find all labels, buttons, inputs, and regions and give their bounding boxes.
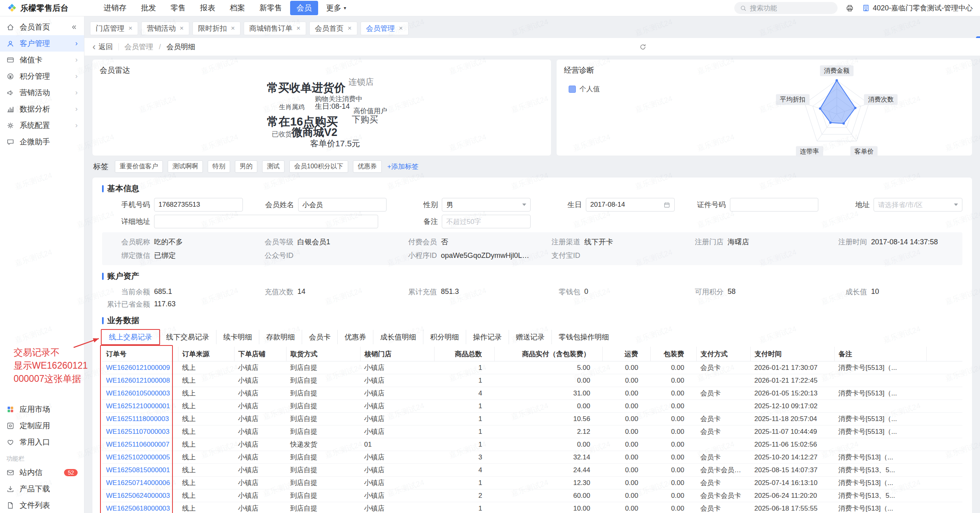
sidebar-item-定制应用[interactable]: 定制应用 (0, 417, 84, 434)
sidebar-item-产品下载[interactable]: 产品下载 (0, 481, 84, 497)
store-selector[interactable]: 4020-嘉临门零食测试-管理中心 (862, 3, 973, 13)
table-row[interactable]: WE16260105000003线上小镇店到店自提小镇店431.000.000.… (102, 387, 962, 400)
add-tag-button[interactable]: +添加标签 (387, 162, 419, 171)
address-detail-input[interactable] (154, 215, 378, 228)
cell-order-no[interactable]: WE16260121000009 (102, 361, 178, 374)
table-row[interactable]: WE16251210000001线上小镇店到店自提小镇店10.000.000.0… (102, 400, 962, 413)
col-packing[interactable]: 包装费 (650, 347, 696, 361)
col-qty[interactable]: 商品总数 (434, 347, 494, 361)
table-row[interactable]: WE16251118000003线上小镇店到店自提小镇店110.560.000.… (102, 413, 962, 425)
tab-close-icon[interactable]: × (348, 24, 352, 32)
table-row[interactable]: WE16250815000001线上小镇店到店自提小镇店424.440.000.… (102, 464, 962, 477)
table-row[interactable]: WE16260121000009线上小镇店到店自提小镇店15.000.000.0… (102, 361, 962, 374)
cell-order-no[interactable]: WE16260105000003 (102, 387, 178, 400)
table-row[interactable]: WE16251107000003线上小镇店到店自提小镇店12.120.000.0… (102, 425, 962, 438)
biztab-续卡明细[interactable]: 续卡明细 (216, 330, 259, 344)
nav-item-会员[interactable]: 会员 (290, 1, 318, 15)
info-当前余额: 当前余额685.1 (102, 287, 245, 297)
tab-营销活动[interactable]: 营销活动× (141, 22, 189, 35)
collapse-icon (70, 24, 78, 31)
tab-close-icon[interactable]: × (128, 24, 132, 32)
search-input[interactable]: 搜索功能 (734, 2, 838, 14)
col-order-no[interactable]: 订单号 (102, 347, 178, 361)
refresh-icon[interactable] (639, 43, 647, 51)
sidebar-item-常用入口[interactable]: 常用入口 (0, 434, 84, 450)
phone-input[interactable]: 17682735513 (154, 198, 243, 212)
nav-item-进销存[interactable]: 进销存 (97, 1, 133, 15)
biztab-操作记录[interactable]: 操作记录 (466, 330, 509, 344)
printer-icon[interactable] (846, 4, 854, 12)
col-pickup[interactable]: 取货方式 (286, 347, 360, 361)
nav-item-更多[interactable]: 更多▾ (320, 1, 353, 15)
nav-item-报表[interactable]: 报表 (194, 1, 222, 15)
id-number-input[interactable] (730, 198, 819, 212)
col-pay-time[interactable]: 支付时间 (750, 347, 834, 361)
col-store[interactable]: 下单店铺 (234, 347, 286, 361)
sidebar-item-会员首页[interactable]: 会员首页 (0, 19, 84, 35)
table-row[interactable]: WE16251020000005线上小镇店到店自提小镇店332.140.000.… (102, 451, 962, 464)
cell-order-no[interactable]: WE16250815000001 (102, 464, 178, 477)
tab-close-icon[interactable]: × (297, 24, 301, 32)
cell-order-no[interactable]: WE16251210000001 (102, 400, 178, 413)
tab-商城销售订单[interactable]: 商城销售订单× (244, 22, 306, 35)
biztab-优惠券[interactable]: 优惠券 (338, 330, 373, 344)
sidebar-item-企微助手[interactable]: 企微助手 (0, 134, 84, 150)
sidebar-item-营销活动[interactable]: 营销活动› (0, 84, 84, 101)
biztab-积分明细[interactable]: 积分明细 (423, 330, 466, 344)
cell-order-no[interactable]: WE16251107000003 (102, 425, 178, 438)
sidebar-item-站内信[interactable]: 站内信52 (0, 464, 84, 481)
tab-close-icon[interactable]: × (399, 24, 403, 32)
biztab-存款明细[interactable]: 存款明细 (259, 330, 302, 344)
biztab-成长值明细[interactable]: 成长值明细 (373, 330, 423, 344)
sidebar-item-应用市场[interactable]: 应用市场 (0, 401, 84, 417)
nav-item-批发[interactable]: 批发 (134, 1, 162, 15)
biztab-线上交易记录[interactable]: 线上交易记录 (102, 330, 159, 344)
breadcrumb-parent[interactable]: 会员管理 (124, 42, 153, 52)
col-source[interactable]: 订单来源 (178, 347, 234, 361)
tab-会员首页[interactable]: 会员首页× (309, 22, 357, 35)
cell-order-no[interactable]: WE16260121000008 (102, 374, 178, 387)
collapse-sidebar-icon[interactable] (70, 24, 78, 31)
table-row[interactable]: WE16250618000003线上小镇店到店自提小镇店110.000.000.… (102, 502, 962, 513)
cell-order-no[interactable]: WE16251118000003 (102, 413, 178, 425)
col-payment[interactable]: 支付方式 (696, 347, 750, 361)
sidebar-item-文件列表[interactable]: 文件列表 (0, 497, 84, 513)
table-row[interactable]: WE16250624000003线上小镇店到店自提小镇店260.000.000.… (102, 489, 962, 502)
tab-close-icon[interactable]: × (180, 24, 184, 32)
tab-会员管理[interactable]: 会员管理× (361, 22, 409, 35)
table-row[interactable]: WE16260121000008线上小镇店到店自提小镇店10.000.000.0… (102, 374, 962, 387)
gender-select[interactable]: 男 (442, 198, 531, 212)
birthday-date-input[interactable]: 2017-08-14 (586, 198, 675, 212)
nav-item-零售[interactable]: 零售 (164, 1, 192, 15)
tab-限时折扣[interactable]: 限时折扣× (192, 22, 240, 35)
member-name-input[interactable]: 小会员 (298, 198, 387, 212)
col-paid[interactable]: 商品实付（含包装费） (494, 347, 602, 361)
nav-item-档案[interactable]: 档案 (223, 1, 251, 15)
sidebar-item-客户管理[interactable]: 客户管理› (0, 35, 84, 52)
biztab-会员卡[interactable]: 会员卡 (302, 330, 338, 344)
biztab-线下交易记录[interactable]: 线下交易记录 (159, 330, 216, 344)
cell-order-no[interactable]: WE16250714000006 (102, 477, 178, 489)
sidebar-item-储值卡[interactable]: 储值卡› (0, 52, 84, 68)
cell-order-no[interactable]: WE16250618000003 (102, 502, 178, 513)
region-select[interactable]: 请选择省/市/区 (874, 198, 962, 212)
cell-order-no[interactable]: WE16251106000007 (102, 438, 178, 451)
table-row[interactable]: WE16250714000006线上小镇店到店自提小镇店112.300.000.… (102, 477, 962, 489)
sidebar-item-数据分析[interactable]: 数据分析› (0, 101, 84, 117)
sidebar-item-系统配置[interactable]: 系统配置› (0, 117, 84, 134)
nav-item-新零售[interactable]: 新零售 (253, 1, 289, 15)
tab-close-icon[interactable]: × (231, 24, 235, 32)
cell-remark: 消费卡号[5513]（... (834, 387, 926, 400)
back-button[interactable]: ‹ 返回 (92, 42, 113, 52)
biztab-赠送记录[interactable]: 赠送记录 (509, 330, 552, 344)
col-remark[interactable]: 备注 (834, 347, 926, 361)
remark-input[interactable]: 不超过50字 (442, 215, 531, 228)
cell-order-no[interactable]: WE16251020000005 (102, 451, 178, 464)
tab-门店管理[interactable]: 门店管理× (90, 22, 138, 35)
col-shipping[interactable]: 运费 (602, 347, 650, 361)
cell-order-no[interactable]: WE16250624000003 (102, 489, 178, 502)
biztab-零钱包操作明细[interactable]: 零钱包操作明细 (552, 330, 616, 344)
col-verify-store[interactable]: 核销门店 (360, 347, 434, 361)
table-row[interactable]: WE16251106000007线上小镇店快递发货0110.000.000.00… (102, 438, 962, 451)
sidebar-item-积分管理[interactable]: 积分管理› (0, 68, 84, 84)
